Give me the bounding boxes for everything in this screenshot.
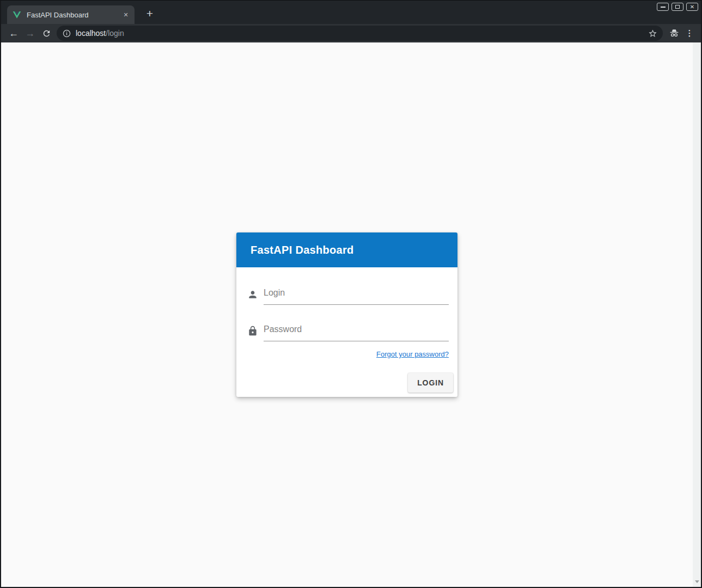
site-info-icon[interactable] xyxy=(63,29,71,38)
browser-menu-button[interactable]: ⋮ xyxy=(682,26,697,41)
reload-icon xyxy=(42,29,51,38)
tab-fastapi-dashboard[interactable]: FastAPI Dashboard ✕ xyxy=(7,5,135,24)
password-field-row xyxy=(245,324,449,341)
minimize-icon xyxy=(661,7,666,8)
scroll-down-icon[interactable] xyxy=(695,580,699,583)
bookmark-star-button[interactable] xyxy=(645,26,660,40)
forgot-password-link[interactable]: Forgot your password? xyxy=(376,350,449,358)
window-maximize-button[interactable] xyxy=(672,3,683,11)
reload-button[interactable] xyxy=(38,26,54,41)
address-bar[interactable]: localhost/login xyxy=(57,26,663,41)
login-card-header: FastAPI Dashboard xyxy=(236,232,457,267)
tab-close-button[interactable]: ✕ xyxy=(120,9,131,20)
url-path: /login xyxy=(106,29,124,38)
person-icon xyxy=(247,289,258,300)
password-input[interactable] xyxy=(264,324,449,341)
window-controls: ✕ xyxy=(657,3,698,11)
back-button[interactable]: ← xyxy=(5,26,22,41)
tab-title: FastAPI Dashboard xyxy=(27,11,120,19)
maximize-icon xyxy=(675,5,680,9)
vue-logo-icon xyxy=(13,10,21,19)
tab-strip: FastAPI Dashboard ✕ + ✕ xyxy=(1,1,701,24)
forward-button[interactable]: → xyxy=(22,26,38,41)
browser-window: FastAPI Dashboard ✕ + ✕ ← → xyxy=(0,0,702,588)
login-card-body: Forgot your password? xyxy=(236,288,457,359)
url-host: localhost xyxy=(76,29,106,38)
login-button[interactable]: LOGIN xyxy=(408,373,453,393)
login-card-actions: LOGIN xyxy=(236,359,457,397)
browser-toolbar: ← → localhost/login xyxy=(1,24,701,42)
vertical-scrollbar[interactable] xyxy=(693,42,701,587)
window-minimize-button[interactable] xyxy=(657,3,669,11)
forgot-password-row: Forgot your password? xyxy=(245,349,449,359)
page-content: FastAPI Dashboard Forgot your password? xyxy=(1,42,701,587)
incognito-icon xyxy=(666,26,682,41)
new-tab-button[interactable]: + xyxy=(142,6,157,21)
login-input[interactable] xyxy=(264,288,449,305)
close-icon: ✕ xyxy=(690,4,694,10)
login-card-title: FastAPI Dashboard xyxy=(251,244,354,256)
lock-icon xyxy=(247,326,258,336)
login-field-row xyxy=(245,288,449,305)
star-icon xyxy=(648,29,657,38)
login-card: FastAPI Dashboard Forgot your password? xyxy=(236,232,457,397)
window-close-button[interactable]: ✕ xyxy=(686,3,698,11)
